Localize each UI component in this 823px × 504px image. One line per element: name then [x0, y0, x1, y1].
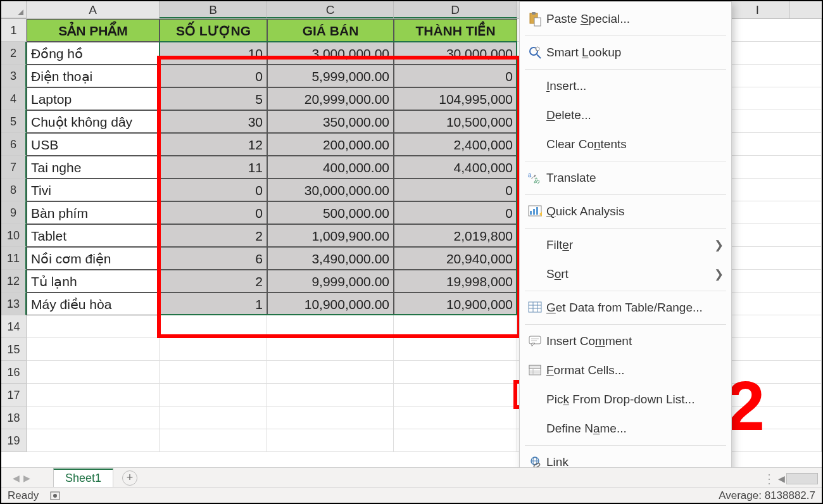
cell-total[interactable]: 19,998,000	[394, 270, 517, 293]
menu-paste-special[interactable]: Paste Special...	[520, 4, 731, 34]
row-header-3[interactable]: 3	[1, 65, 27, 87]
menu-insert-comment[interactable]: Insert Comment	[520, 327, 731, 356]
cell-product[interactable]: Bàn phím	[27, 201, 160, 224]
cell-price[interactable]: 5,999,000.00	[267, 65, 394, 87]
blank-cell[interactable]	[27, 384, 160, 406]
blank-cell[interactable]	[394, 429, 517, 452]
sheet-tab-1[interactable]: Sheet1	[53, 469, 113, 487]
row-header-18[interactable]: 18	[1, 406, 27, 429]
row-header-2[interactable]: 2	[1, 42, 27, 65]
cell-total[interactable]: 0	[394, 65, 517, 87]
menu-pick-list[interactable]: Pick From Drop-down List...	[520, 385, 731, 414]
blank-cell[interactable]	[267, 384, 394, 406]
menu-insert[interactable]: Insert...	[520, 72, 731, 101]
select-all-corner[interactable]	[1, 1, 27, 18]
cell-product[interactable]: USB	[27, 133, 160, 156]
col-header-A[interactable]: A	[27, 1, 160, 18]
row-header-8[interactable]: 8	[1, 179, 27, 201]
row-header-14[interactable]: 14	[1, 315, 27, 338]
blank-cell[interactable]	[394, 338, 517, 361]
menu-format-cells[interactable]: Format Cells...	[520, 356, 731, 385]
scroll-left-icon[interactable]: ◀	[778, 474, 785, 484]
row-header-4[interactable]: 4	[1, 87, 27, 110]
tab-scroll-controls[interactable]: ◀ ▶	[13, 473, 30, 483]
th-total[interactable]: THÀNH TIỀN	[394, 19, 517, 42]
blank-cell[interactable]	[267, 406, 394, 429]
cell-total[interactable]: 2,400,000	[394, 133, 517, 156]
cell-qty[interactable]: 2	[160, 270, 267, 293]
cell-price[interactable]: 9,999,000.00	[267, 270, 394, 293]
th-qty[interactable]: SỐ LƯỢNG	[160, 19, 267, 42]
blank-cell[interactable]	[394, 384, 517, 406]
row-header-12[interactable]: 12	[1, 270, 27, 293]
cell-qty[interactable]: 12	[160, 133, 267, 156]
cell-product[interactable]: Nồi cơm điện	[27, 247, 160, 270]
cell-total[interactable]: 10,900,000	[394, 293, 517, 315]
col-header-B[interactable]: B	[160, 1, 267, 18]
cell-total[interactable]: 104,995,000	[394, 87, 517, 110]
menu-smart-lookup[interactable]: i Smart Lookup	[520, 38, 731, 67]
blank-cell[interactable]	[160, 338, 267, 361]
blank-cell[interactable]	[267, 429, 394, 452]
menu-define-name[interactable]: Define Name...	[520, 414, 731, 443]
row-header-5[interactable]: 5	[1, 110, 27, 133]
cell-product[interactable]: Tivi	[27, 179, 160, 201]
blank-cell[interactable]	[160, 406, 267, 429]
blank-cell[interactable]	[160, 361, 267, 384]
menu-translate[interactable]: aあ Translate	[520, 163, 731, 192]
th-product[interactable]: SẢN PHẨM	[27, 19, 160, 42]
blank-cell[interactable]	[27, 338, 160, 361]
cell-price[interactable]: 10,900,000.00	[267, 293, 394, 315]
row-header-19[interactable]: 19	[1, 429, 27, 452]
cell-product[interactable]: Tablet	[27, 224, 160, 247]
row-header-6[interactable]: 6	[1, 133, 27, 156]
cell-total[interactable]: 2,019,800	[394, 224, 517, 247]
cell-price[interactable]: 1,009,900.00	[267, 224, 394, 247]
add-sheet-button[interactable]: +	[122, 470, 137, 486]
cell-qty[interactable]: 6	[160, 247, 267, 270]
row-header-13[interactable]: 13	[1, 293, 27, 315]
chevron-left-icon[interactable]: ◀	[13, 473, 20, 483]
menu-get-data[interactable]: Get Data from Table/Range...	[520, 293, 731, 322]
blank-cell[interactable]	[394, 406, 517, 429]
menu-quick-analysis[interactable]: Quick Analysis	[520, 197, 731, 226]
cell-qty[interactable]: 5	[160, 87, 267, 110]
cell-price[interactable]: 400,000.00	[267, 156, 394, 179]
cell-qty[interactable]: 0	[160, 179, 267, 201]
cell-qty[interactable]: 30	[160, 110, 267, 133]
cell-qty[interactable]: 0	[160, 201, 267, 224]
blank-cell[interactable]	[267, 315, 394, 338]
cell-product[interactable]: Máy điều hòa	[27, 293, 160, 315]
menu-clear-contents[interactable]: Clear Contents	[520, 130, 731, 159]
blank-cell[interactable]	[160, 384, 267, 406]
cell-qty[interactable]: 0	[160, 65, 267, 87]
col-header-D[interactable]: D	[394, 1, 517, 18]
cell-qty[interactable]: 11	[160, 156, 267, 179]
blank-cell[interactable]	[27, 315, 160, 338]
cell-price[interactable]: 30,000,000.00	[267, 179, 394, 201]
cell-price[interactable]: 350,000.00	[267, 110, 394, 133]
row-header-11[interactable]: 11	[1, 247, 27, 270]
cell-qty[interactable]: 1	[160, 293, 267, 315]
cell-qty[interactable]: 10	[160, 42, 267, 65]
row-header-10[interactable]: 10	[1, 224, 27, 247]
cell-product[interactable]: Chuột không dây	[27, 110, 160, 133]
cell-price[interactable]: 500,000.00	[267, 201, 394, 224]
cell-product[interactable]: Laptop	[27, 87, 160, 110]
blank-cell[interactable]	[27, 361, 160, 384]
cell-total[interactable]: 4,400,000	[394, 156, 517, 179]
scroll-thumb[interactable]	[786, 473, 818, 484]
horizontal-scroll[interactable]: ⋮ ◀	[763, 471, 818, 486]
row-header-9[interactable]: 9	[1, 201, 27, 224]
blank-cell[interactable]	[27, 406, 160, 429]
cell-product[interactable]: Đồng hồ	[27, 42, 160, 65]
col-header-I[interactable]: I	[726, 1, 789, 18]
cell-product[interactable]: Điện thoại	[27, 65, 160, 87]
chevron-right-icon[interactable]: ▶	[23, 473, 30, 483]
menu-sort[interactable]: Sort ❯	[520, 260, 731, 289]
cell-total[interactable]: 0	[394, 201, 517, 224]
row-header-7[interactable]: 7	[1, 156, 27, 179]
blank-cell[interactable]	[160, 315, 267, 338]
cell-price[interactable]: 3,000,000.00	[267, 42, 394, 65]
menu-delete[interactable]: Delete...	[520, 101, 731, 130]
